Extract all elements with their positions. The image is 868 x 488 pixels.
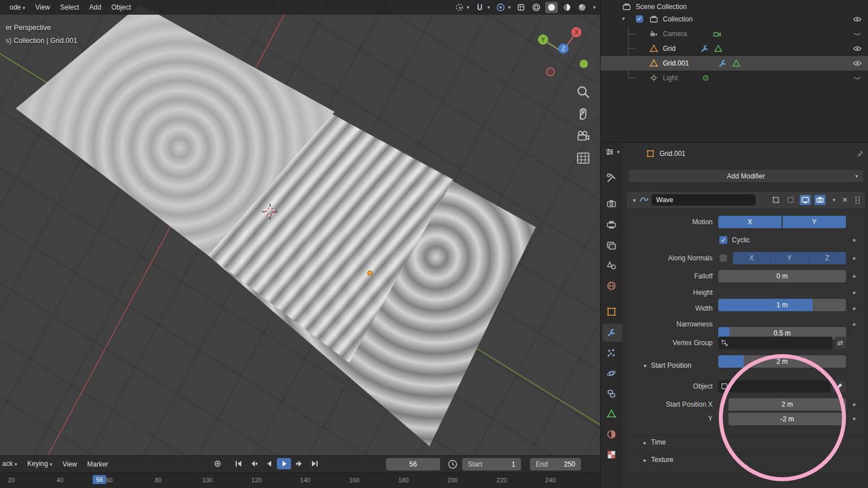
wave-modifier-header[interactable]: ▾ Wave ▾ ✕ (627, 191, 865, 208)
play-button[interactable] (277, 458, 291, 469)
realtime-display-toggle[interactable] (800, 195, 811, 205)
normals-x-button[interactable]: X (733, 252, 770, 264)
collection-checkbox[interactable]: ✓ (636, 15, 643, 23)
gizmo-toggle[interactable] (515, 2, 527, 13)
jump-to-end-button[interactable] (307, 458, 322, 469)
menu-mode[interactable]: ode▾ (5, 0, 31, 15)
tab-texture-icon[interactable] (606, 450, 617, 460)
modifier-extras-icon[interactable]: ▾ (832, 197, 835, 203)
animate-dot[interactable] (853, 323, 856, 326)
tab-render-icon[interactable] (606, 199, 617, 209)
close-icon[interactable]: ✕ (842, 196, 848, 204)
rendered-shading-button[interactable] (576, 2, 588, 13)
tab-object-icon[interactable] (606, 307, 617, 317)
wireframe-shading-button[interactable] (530, 2, 542, 13)
editor-type-selector[interactable]: ▾ (605, 147, 620, 156)
solid-shading-button[interactable] (545, 2, 558, 13)
tab-constraints-icon[interactable] (606, 389, 617, 399)
timeline-ruler[interactable]: 20 40 60 80 100 120 140 160 180 200 220 … (0, 472, 600, 488)
eye-open-icon[interactable] (853, 59, 862, 68)
proportional-edit-dropdown[interactable]: ▾ (494, 2, 513, 13)
cyclic-checkbox[interactable]: ✓ (719, 236, 727, 244)
eye-open-icon[interactable] (853, 44, 862, 53)
normals-y-button[interactable]: Y (770, 252, 808, 264)
eye-closed-icon[interactable] (853, 73, 862, 82)
tab-particles-icon[interactable] (606, 348, 617, 358)
snap-dropdown[interactable]: ▾ (474, 2, 492, 13)
falloff-slider[interactable]: 0 m (718, 270, 846, 282)
animate-dot[interactable] (853, 307, 856, 310)
playback-menu[interactable]: ack▾ (0, 456, 22, 472)
tab-modifiers-icon[interactable] (606, 328, 617, 338)
eye-open-icon[interactable] (853, 15, 862, 24)
eye-closed-icon[interactable] (853, 29, 862, 38)
shading-dropdown-icon[interactable]: ▾ (593, 5, 596, 10)
panel-disclosure-icon[interactable]: ▾ (633, 197, 636, 203)
tab-tool-icon[interactable] (606, 173, 617, 183)
keying-menu[interactable]: Keying▾ (22, 456, 57, 472)
outliner-grid001-row-selected[interactable]: Grid.001 (601, 56, 868, 71)
drag-grip-icon[interactable] (854, 196, 861, 204)
width-slider[interactable]: 0.5 m (718, 327, 846, 339)
pin-icon[interactable] (855, 149, 864, 158)
normals-z-button[interactable]: Z (808, 252, 846, 264)
current-frame-field[interactable]: 56 (386, 458, 440, 470)
animate-dot[interactable] (853, 257, 856, 260)
next-keyframe-button[interactable] (292, 458, 306, 469)
motion-x-button[interactable]: X (718, 216, 782, 228)
outliner-grid-row[interactable]: Grid (601, 41, 868, 56)
zoom-icon[interactable] (576, 85, 591, 99)
camera-view-icon[interactable] (576, 129, 591, 143)
jump-to-start-button[interactable] (231, 458, 245, 469)
prev-keyframe-button[interactable] (246, 458, 261, 469)
disclosure-down-icon[interactable]: ▾ (622, 16, 625, 21)
breadcrumb-object-name[interactable]: Grid.001 (659, 150, 685, 158)
material-shading-button[interactable] (561, 2, 573, 13)
animate-dot[interactable] (853, 275, 856, 278)
menu-add[interactable]: Add (84, 0, 106, 15)
cage-display-toggle[interactable] (785, 195, 796, 205)
start-position-y-field[interactable]: -2 m (728, 413, 846, 425)
tab-physics-icon[interactable] (606, 368, 617, 378)
modifier-name-field[interactable]: Wave (652, 194, 756, 206)
navigation-gizmo[interactable]: X Y Z (530, 23, 598, 81)
pan-hand-icon[interactable] (576, 107, 591, 121)
menu-select[interactable]: Select (55, 0, 84, 15)
edit-mode-display-toggle[interactable] (770, 195, 782, 205)
timeline-marker-menu[interactable]: Marker (82, 457, 113, 472)
animate-dot[interactable] (853, 417, 856, 420)
tab-object-data-icon[interactable] (606, 409, 617, 419)
along-normals-checkbox[interactable] (719, 254, 727, 262)
add-modifier-dropdown[interactable]: Add Modifier ▾ (628, 169, 864, 183)
outliner-collection-row[interactable]: ▾ ✓ Collection (601, 12, 868, 27)
timeline-view-menu[interactable]: View (57, 457, 82, 472)
playhead-badge[interactable]: 56 (93, 475, 106, 484)
outliner-camera-row[interactable]: Camera (601, 27, 868, 41)
select-mode-dropdown[interactable]: ▾ (453, 2, 471, 13)
texture-subpanel-header[interactable]: ▸ Texture (627, 452, 865, 467)
menu-view[interactable]: View (31, 0, 55, 15)
tab-scene-icon[interactable] (606, 260, 617, 271)
record-button[interactable] (210, 458, 224, 469)
eyedropper-button[interactable] (832, 380, 846, 393)
frame-start-field[interactable]: Start 1 (462, 458, 521, 470)
animate-dot[interactable] (853, 291, 856, 294)
menu-object[interactable]: Object (106, 0, 136, 15)
animate-dot[interactable] (853, 239, 856, 242)
time-subpanel-header[interactable]: ▸ Time (627, 435, 865, 449)
3d-viewport[interactable]: ode▾ View Select Add Object ▾ ▾ ▾ (0, 0, 600, 455)
narrowness-slider[interactable]: 2 m (718, 355, 846, 368)
ortho-toggle-icon[interactable] (576, 151, 591, 165)
tab-output-icon[interactable] (606, 220, 617, 230)
outliner-light-row[interactable]: Light (601, 71, 868, 85)
normals-axis-buttons[interactable]: X Y Z (733, 252, 846, 264)
start-position-x-field[interactable]: 2 m (728, 398, 846, 411)
play-reverse-button[interactable] (262, 458, 276, 469)
render-display-toggle[interactable] (814, 195, 826, 205)
animate-dot[interactable] (853, 403, 856, 406)
tab-view-layer-icon[interactable] (606, 240, 617, 250)
tab-world-icon[interactable] (606, 281, 617, 291)
start-object-field[interactable] (718, 380, 830, 393)
tab-material-icon[interactable] (606, 429, 617, 439)
frame-end-field[interactable]: End 250 (530, 458, 581, 470)
